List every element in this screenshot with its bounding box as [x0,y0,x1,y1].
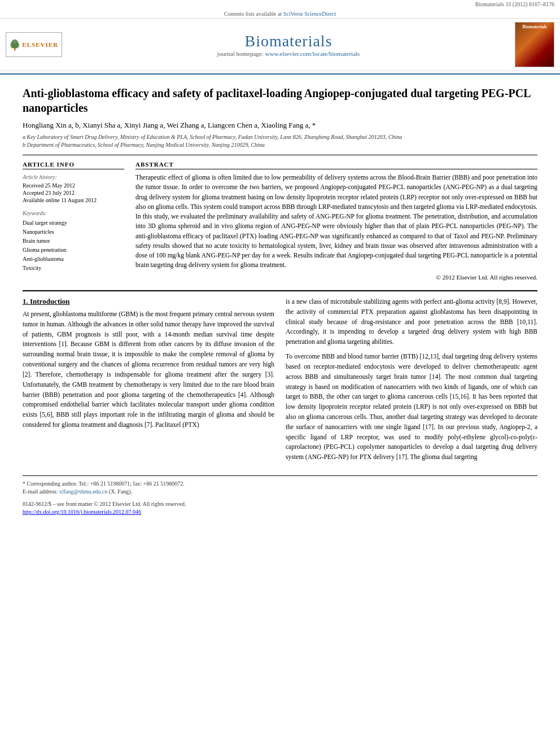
license-note: 0142-9612/$ – see front matter © 2012 El… [23,501,537,507]
body-section: 1. Introduction At present, glioblastoma… [23,297,537,467]
email-note: E-mail address: xlfang@shmu.edu.cn (X. F… [23,488,537,495]
elsevier-logo: ELSEVIER [6,32,62,57]
journal-cover: Biomaterials [515,22,554,67]
cover-label: Biomaterials [521,23,548,31]
section-divider [23,290,537,291]
journal-banner: ELSEVIER Biomaterials journal homepage: … [0,18,560,71]
keyword-3: Brain tumor [23,237,124,246]
keyword-1: Dual target strategy [23,219,124,228]
article-info-col: Article Info Article history: Received 2… [23,161,124,282]
body-right-col: is a new class of microtubule stabilizin… [286,297,537,467]
affiliation-a: a Key Laboratory of Smart Drug Delivery,… [23,133,537,141]
intro-title: 1. Introduction [23,297,274,306]
sciverse-link[interactable]: SciVerse ScienceDirect [283,11,336,17]
accepted-date: Accepted 23 July 2012 [23,190,124,196]
journal-title-area: Biomaterials journal homepage: www.elsev… [68,32,509,57]
main-content: Anti-glioblastoma efficacy and safety of… [0,75,560,526]
history-label: Article history: [23,174,124,180]
contents-bar: Contents lists available at SciVerse Sci… [0,8,560,18]
svg-point-3 [15,42,19,48]
abstract-body: Therapeutic effect of glioma is often li… [135,173,537,282]
author-email[interactable]: xlfang@shmu.edu.cn [59,488,107,495]
affiliation-b: b Department of Pharmaceutics, School of… [23,141,537,149]
article-info-heading: Article Info [23,161,124,169]
elsevier-tree-icon [10,34,20,55]
volume-info: Biomaterials 33 (2012) 8167–8176 [0,0,560,8]
intro-para-1: At present, glioblastoma multiforme (GBM… [23,309,274,430]
copyright-notice: © 2012 Elsevier Ltd. All rights reserved… [135,273,537,282]
info-abstract-section: Article Info Article history: Received 2… [23,155,537,282]
authors-line: Hongliang Xin a, b, Xianyi Sha a, Xinyi … [23,121,537,130]
affiliations: a Key Laboratory of Smart Drug Delivery,… [23,133,537,149]
svg-point-2 [10,42,15,48]
article-title: Anti-glioblastoma efficacy and safety of… [23,86,537,115]
keyword-5: Anti-glioblastoma [23,255,124,264]
corresponding-author-note: * Corresponding author. Tel.: +86 21 519… [23,480,537,487]
received-date: Received 25 May 2012 [23,182,124,189]
keyword-2: Nanoparticles [23,228,124,237]
journal-header: Biomaterials 33 (2012) 8167–8176 Content… [0,0,560,75]
journal-url[interactable]: www.elsevier.com/locate/biomaterials [265,50,360,57]
elsevier-wordmark: ELSEVIER [22,41,58,48]
journal-homepage: journal homepage: www.elsevier.com/locat… [68,50,509,57]
keyword-4: Glioma penetration [23,246,124,255]
keywords-list: Dual target strategy Nanoparticles Brain… [23,219,124,273]
doi-link[interactable]: http://dx.doi.org/10.1016/j.biomaterials… [23,509,537,515]
keywords-label: Keywords: [23,210,124,216]
intro-para-2: is a new class of microtubule stabilizin… [286,297,537,347]
available-date: Available online 11 August 2012 [23,197,124,203]
journal-title: Biomaterials [68,32,509,50]
keyword-6: Toxicity [23,264,124,273]
article-footer: * Corresponding author. Tel.: +86 21 519… [23,475,537,515]
abstract-col: Abstract Therapeutic effect of glioma is… [135,161,537,282]
intro-para-3: To overcome BBB and blood tumor barrier … [286,352,537,462]
abstract-heading: Abstract [135,161,537,169]
body-left-col: 1. Introduction At present, glioblastoma… [23,297,274,467]
